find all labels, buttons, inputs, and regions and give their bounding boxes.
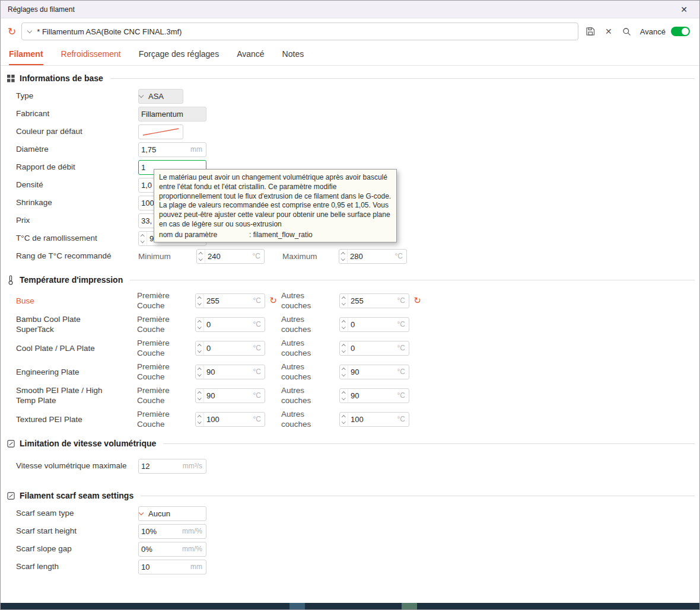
first-layer-temp-input[interactable] [204,318,253,331]
refresh-preset-icon[interactable]: ↻ [8,27,16,37]
field-row-scarf-slope-gap: Scarf slope gap mm/% [1,540,699,558]
volumetric-section-icon [5,440,16,448]
spin-down-icon[interactable] [198,396,201,400]
spin-up-icon[interactable] [342,415,345,419]
spin-up-icon[interactable] [342,368,345,371]
tab-forcage-des-reglages[interactable]: Forçage des réglages [139,49,219,65]
max-volumetric-speed-input[interactable] [139,459,183,473]
temp-max-input[interactable] [348,250,395,263]
diameter-input[interactable] [139,143,190,157]
reset-value-icon[interactable]: ↻ [413,296,421,305]
spin-down-icon[interactable] [199,257,202,260]
other-layers-temp-input[interactable] [348,365,397,379]
scarf-slope-gap-input[interactable] [139,542,182,556]
unit-label: mm [190,563,206,571]
vendor-input[interactable] [139,107,206,121]
tab-filament[interactable]: Filament [9,49,43,65]
save-preset-icon[interactable] [584,25,597,38]
other-layers-label: Autres couches [281,385,335,405]
spin-up-icon[interactable] [342,320,345,324]
spin-down-icon[interactable] [342,420,345,423]
first-layer-temp-input[interactable] [204,413,253,426]
field-label: Couleur par défaut [16,127,138,136]
window-close-icon[interactable]: ✕ [676,5,692,14]
search-icon[interactable] [621,25,634,38]
other-layers-temp-input[interactable] [348,413,397,426]
spin-down-icon[interactable] [198,420,201,423]
temp-row-buse: Buse Première Couche °C ↻ Autres couches… [1,289,699,312]
titlebar: Réglages du filament ✕ [1,1,699,18]
spin-down-icon[interactable] [198,325,201,328]
tooltip-text: Le matériau peut avoir un changement vol… [159,173,392,229]
spin-up-icon[interactable] [198,368,201,371]
minimum-label: Minimum [138,252,196,261]
spin-up-icon[interactable] [199,252,202,256]
spin-up-icon[interactable] [198,391,201,395]
tab-refroidissement[interactable]: Refroidissement [61,49,121,65]
spinner [196,389,204,403]
spin-up-icon[interactable] [342,296,345,300]
chevron-down-icon [139,510,144,515]
preset-combobox[interactable]: * Fillamentum ASA(Boite CNC FINAL.3mf) [21,23,578,40]
spin-up-icon[interactable] [198,344,201,347]
other-layers-temp-input-wrap: °C [339,293,409,308]
other-layers-temp-input-wrap: °C [339,412,409,427]
other-layers-temp-input[interactable] [348,341,397,355]
advanced-toggle[interactable] [671,27,690,36]
spin-down-icon[interactable] [342,349,345,352]
section-title: Filament scarf seam settings [20,491,133,500]
temp-min-input[interactable] [205,250,253,263]
field-label: Vitesse volumétrique maximale [16,461,138,471]
spin-up-icon[interactable] [198,320,201,324]
spin-up-icon[interactable] [198,415,201,419]
type-select[interactable]: ASA [138,89,183,104]
spin-up-icon[interactable] [342,344,345,347]
spin-up-icon[interactable] [341,252,345,256]
spinner [139,232,147,245]
spin-down-icon[interactable] [342,396,345,400]
temp-max-input-wrap: °C [339,249,407,264]
spin-down-icon[interactable] [342,325,345,328]
field-label: Shrinkage [16,198,138,207]
unit-label: °C [397,296,409,305]
spin-down-icon[interactable] [342,301,345,305]
default-color-swatch[interactable] [138,124,183,139]
other-layers-temp-input[interactable] [348,318,397,331]
other-layers-temp-input[interactable] [348,389,397,403]
spin-down-icon[interactable] [342,372,345,376]
first-layer-temp-input[interactable] [204,341,253,355]
tab-avance[interactable]: Avancé [237,49,264,65]
spin-down-icon[interactable] [141,239,144,242]
spin-up-icon[interactable] [342,391,345,395]
section-scarf-seam: Filament scarf seam settings [5,488,695,503]
spin-down-icon[interactable] [198,301,201,305]
first-layer-temp-input[interactable] [204,294,253,308]
reset-value-icon[interactable]: ↻ [269,296,277,305]
preset-toolbar: ↻ * Fillamentum ASA(Boite CNC FINAL.3mf)… [1,18,699,44]
spin-down-icon[interactable] [198,372,201,376]
spin-down-icon[interactable] [341,257,345,260]
first-layer-temp-input[interactable] [204,365,253,379]
scarf-seam-type-select[interactable]: Aucun [138,506,206,521]
scarf-length-input[interactable] [139,560,190,574]
spin-up-icon[interactable] [141,234,144,238]
first-layer-temp-input[interactable] [204,389,253,403]
tab-notes[interactable]: Notes [282,49,304,65]
section-volumetric-limit: Limitation de vitesse volumétrique [5,436,695,451]
maximum-label: Maximum [282,252,339,261]
first-layer-temp-input-wrap: °C [195,341,265,356]
other-layers-temp-input[interactable] [348,294,397,308]
field-row-max-volumetric-speed: Vitesse volumétrique maximale mm³/s [1,452,699,480]
filament-settings-window: Réglages du filament ✕ ↻ * Fillamentum A… [0,0,700,610]
first-layer-temp-input-wrap: °C [195,293,265,308]
temp-row-label: Smooth PEI Plate / High Temp Plate [16,385,117,405]
section-title: Informations de base [20,74,103,83]
spin-down-icon[interactable] [198,349,201,352]
scarf-start-height-input[interactable] [139,525,182,538]
spin-up-icon[interactable] [198,296,201,300]
spinner [196,413,204,426]
no-color-line-icon [141,126,180,138]
first-layer-label: Première Couche [137,409,190,429]
diameter-input-wrap: mm [138,142,206,157]
delete-preset-icon[interactable]: ✕ [602,25,615,38]
